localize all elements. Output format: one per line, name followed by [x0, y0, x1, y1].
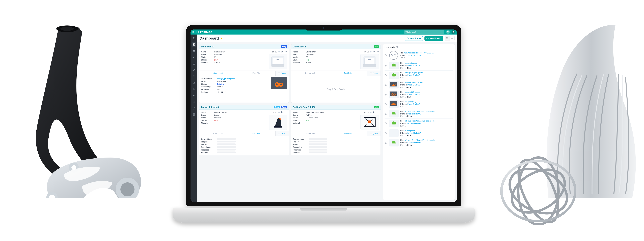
eject-icon[interactable] — [224, 91, 227, 93]
svg-rect-40 — [385, 104, 386, 105]
queue-button[interactable]: Queue — [367, 71, 380, 76]
last-part-row[interactable]: File: fast print (1).gcode Printer: Prus… — [384, 99, 453, 109]
send-icon[interactable] — [373, 50, 375, 53]
badge-idle: Idle — [374, 106, 379, 108]
svg-rect-44 — [385, 143, 386, 143]
new-project-button[interactable]: New Project — [424, 36, 443, 41]
more-icon[interactable] — [285, 111, 287, 114]
queue-button[interactable]: Queue — [276, 71, 289, 76]
task-thumb — [271, 77, 287, 89]
extruder-status: off00 — [272, 111, 287, 114]
grid-view-icon[interactable] — [445, 36, 450, 41]
last-part-row[interactable]: File: fast print.gcode Printer: Prusa i3… — [384, 61, 453, 70]
menu-icon[interactable] — [192, 31, 194, 33]
nav-pen[interactable] — [192, 55, 196, 60]
list-view-icon[interactable] — [450, 36, 454, 41]
extruder-status: off00 — [272, 50, 287, 53]
side-nav — [190, 34, 197, 202]
printer-card-zortrax-inkspire-2: Zortrax Inkspire 2 ResinBusy NameZortrax… — [199, 105, 289, 155]
task-file[interactable]: malaga_project.gcode — [217, 78, 235, 80]
last-part-row[interactable]: File: u2_plus_TestPrintAndGo_abs.gcode P… — [384, 138, 453, 148]
nav-layers[interactable] — [192, 68, 196, 72]
more-icon[interactable] — [376, 111, 379, 114]
last-parts-panel: Last parts ResinPrint File: ABK Articula… — [383, 44, 455, 200]
last-part-row[interactable]: File: malaga_project.gcode Printer: Prus… — [384, 80, 453, 90]
last-part-row[interactable]: ResinPrint File: ABK Articulated Robot -… — [384, 50, 453, 61]
search-input[interactable] — [404, 30, 444, 34]
printer-card-ultimaker-s7: Ultimaker S7 Busy NameUltimaker S7 Brand… — [199, 44, 289, 103]
view-toggle[interactable] — [445, 36, 454, 41]
nav-folder[interactable] — [192, 61, 196, 66]
svg-point-33 — [378, 112, 378, 112]
dropzone[interactable]: Drag & Drop Gcode — [291, 76, 380, 103]
printer-title[interactable]: RatRig V-Core 3.1 400 — [293, 106, 315, 108]
thumb-printer-sq — [360, 54, 379, 69]
last-part-row[interactable]: File: fast print (2).gcode Printer: Prus… — [384, 90, 453, 99]
last-part-row[interactable]: File: malaga_project.gcode Printer: Prus… — [384, 70, 453, 80]
nav-dashboard[interactable] — [192, 42, 196, 47]
printer-grid: Ultimaker S7 Busy NameUltimaker S7 Brand… — [199, 44, 381, 200]
nav-cart[interactable] — [192, 80, 196, 85]
star-icon[interactable]: ★ — [220, 37, 223, 40]
svg-point-29 — [285, 112, 286, 112]
queue-button[interactable]: Queue — [276, 131, 289, 136]
nav-settings[interactable] — [192, 93, 196, 98]
logo-icon — [196, 30, 199, 33]
nav-home[interactable] — [192, 36, 196, 40]
tab-current-task[interactable]: Current task — [291, 131, 329, 136]
printer-title[interactable]: Ultimaker S7 — [201, 45, 214, 48]
nav-users[interactable] — [192, 74, 196, 79]
more-icon[interactable] — [285, 50, 287, 53]
nav-printers[interactable] — [192, 49, 196, 53]
tab-fast-print[interactable]: Fast Print — [238, 131, 276, 136]
new-printer-label: New Printer — [410, 37, 421, 39]
lock-icon — [384, 84, 388, 86]
svg-point-14 — [453, 31, 454, 32]
tab-fast-print[interactable]: Fast Print — [329, 131, 367, 136]
svg-rect-41 — [385, 114, 386, 114]
lock-icon — [384, 74, 388, 76]
nav-grid[interactable] — [192, 112, 196, 117]
avatar[interactable] — [452, 30, 455, 34]
tab-current-task[interactable]: Current task — [200, 71, 238, 76]
printer-title[interactable]: Ultimaker S5 — [293, 45, 306, 48]
svg-rect-37 — [385, 75, 386, 76]
svg-point-28 — [378, 51, 378, 52]
last-part-row[interactable]: File: ur test.gcode Printer: Blocks Node… — [384, 128, 453, 138]
queue-button[interactable]: Queue — [367, 131, 380, 136]
last-part-row[interactable]: File: u2_plus_TestPrintAndGo_abs.gcode P… — [384, 118, 453, 128]
svg-point-20 — [285, 51, 286, 52]
pause-icon[interactable] — [217, 91, 220, 93]
tab-fast-print[interactable]: Fast Print — [238, 71, 276, 76]
printer-title[interactable]: Zortrax Inkspire 2 — [201, 106, 219, 108]
current-task: Current taskmalaga_project.gcode Project… — [200, 76, 289, 95]
more-icon[interactable] — [376, 50, 379, 53]
stop-icon[interactable] — [221, 91, 223, 93]
send-icon[interactable] — [281, 50, 284, 53]
badge-busy: Busy — [281, 106, 287, 108]
tab-fast-print[interactable]: Fast Print — [329, 71, 367, 76]
last-part-row[interactable]: File: u2_plus_TestPrintAndGo_abs.gcode P… — [384, 109, 453, 119]
gear-icon[interactable] — [396, 46, 398, 49]
part-thumb — [389, 120, 399, 127]
svg-rect-15 — [407, 38, 408, 39]
task-skeleton: Current taskProjectStatusRemainingProgre… — [200, 136, 289, 155]
svg-point-30 — [286, 112, 286, 112]
svg-point-34 — [378, 112, 378, 112]
new-printer-button[interactable]: New Printer — [405, 36, 423, 41]
thumb-printer-frame — [360, 115, 379, 130]
notifications-icon[interactable] — [446, 30, 450, 34]
nav-help[interactable] — [192, 106, 196, 111]
svg-point-3 — [120, 182, 134, 196]
svg-rect-23 — [218, 91, 218, 93]
lock-icon — [384, 54, 388, 56]
svg-point-1 — [60, 27, 74, 31]
nav-database[interactable] — [192, 100, 196, 104]
thumb-printer-sq — [269, 54, 287, 69]
send-icon[interactable] — [281, 111, 284, 114]
nav-chart[interactable] — [192, 87, 196, 91]
send-icon[interactable] — [373, 111, 375, 114]
tab-current-task[interactable]: Current task — [291, 71, 329, 76]
svg-point-32 — [377, 112, 377, 112]
tab-current-task[interactable]: Current task — [200, 131, 238, 136]
